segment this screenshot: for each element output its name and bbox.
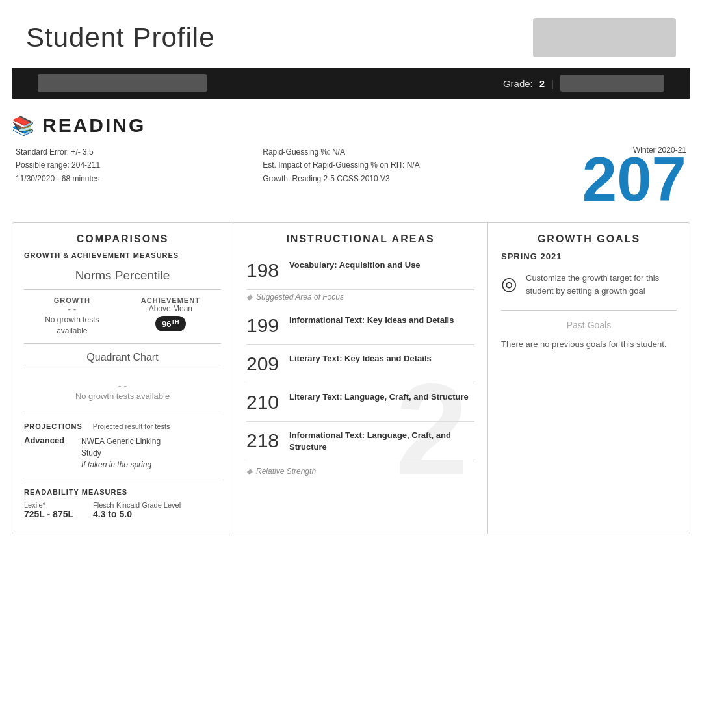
flesch-col: Flesch-Kincaid Grade Level 4.3 to 5.0 [93, 501, 181, 519]
score-literary-1: 209 [246, 353, 279, 375]
standard-error: Standard Error: +/- 3.5 [16, 146, 100, 159]
growth-goals-title: GROWTH GOALS [501, 233, 677, 245]
date-duration: 11/30/2020 - 68 minutes [16, 172, 100, 185]
percentile-badge: 96TH [155, 316, 185, 332]
growth-goal-text: Customize the growth target for this stu… [526, 272, 677, 297]
growth-sub-label: GROWTH [45, 296, 99, 304]
comparisons-title: COMPARISONS [24, 233, 221, 245]
score-informational-2: 218 [246, 430, 279, 452]
flesch-label: Flesch-Kincaid Grade Level [93, 501, 181, 509]
readability-header-row: Lexile* 725L - 875L Flesch-Kincaid Grade… [24, 501, 221, 519]
col-growth: GROWTH GOALS SPRING 2021 ◎ Customize the… [488, 223, 690, 534]
past-goals-divider [501, 310, 677, 311]
growth-col: GROWTH - - No growth tests available [45, 296, 99, 337]
past-goals-title: Past Goals [501, 320, 677, 330]
suggested-focus: ◆ Suggested Area of Focus [246, 290, 474, 307]
projection-type: Advanced [24, 436, 71, 445]
student-grade-area: Grade: 2 | [503, 75, 664, 92]
achievement-sub-label: ACHIEVEMENT [141, 296, 200, 304]
instr-item-vocabulary: 198 Vocabulary: Acquisition and Use [246, 252, 474, 290]
above-mean: Above Mean [141, 304, 200, 313]
readability-label: READABILITY MEASURES [24, 488, 221, 496]
percentile-sup: TH [172, 318, 179, 325]
no-growth-area: - - No growth tests available [24, 374, 221, 408]
projections-section: PROJECTIONS Projected result for tests A… [24, 422, 221, 471]
relative-strength: ◆ Relative Strength [246, 462, 474, 478]
student-term-box [560, 75, 664, 92]
readability-section: READABILITY MEASURES Lexile* 725L - 875L… [24, 480, 221, 519]
growth-label: Growth: Reading 2-5 CCSS 2010 V3 [263, 172, 419, 185]
quadrant-title: Quadrant Chart [24, 352, 221, 363]
instructional-title: INSTRUCTIONAL AREAS [246, 233, 474, 245]
student-bar: Grade: 2 | [12, 68, 690, 99]
grade-value: 2 [540, 78, 545, 89]
projections-label: PROJECTIONS [24, 422, 83, 430]
projections-header-row: PROJECTIONS Projected result for tests [24, 422, 221, 430]
page-header: Student Profile [0, 0, 702, 68]
col-comparisons: COMPARISONS GROWTH & ACHIEVEMENT MEASURE… [12, 223, 233, 534]
rapid-guessing: Rapid-Guessing %: N/A [263, 146, 419, 159]
relative-strength-text: Relative Strength [256, 467, 316, 476]
divider-pipe: | [551, 78, 554, 89]
flesch-value: 4.3 to 5.0 [93, 509, 181, 519]
divider-2 [24, 343, 221, 344]
label-vocabulary: Vocabulary: Acquisition and Use [289, 259, 421, 271]
projection-row: Advanced NWEA Generic Linking Study If t… [24, 436, 221, 471]
achievement-col: ACHIEVEMENT Above Mean 96TH [141, 296, 200, 337]
target-icon[interactable]: ◎ [501, 273, 517, 294]
logo-box [533, 18, 676, 57]
no-prev-goals: There are no previous goals for this stu… [501, 338, 677, 351]
book-icon: 📚 [12, 115, 34, 136]
instr-item-literary-2: 210 Literary Text: Language, Craft, and … [246, 384, 474, 422]
col-instructional: INSTRUCTIONAL AREAS 2 198 Vocabulary: Ac… [233, 223, 488, 534]
possible-range: Possible range: 204-211 [16, 159, 100, 172]
grade-label: Grade: [503, 78, 533, 89]
suggested-focus-text: Suggested Area of Focus [256, 292, 344, 302]
label-literary-1: Literary Text: Key Ideas and Details [289, 353, 432, 365]
student-name-box [38, 74, 207, 92]
diamond-icon-1: ◆ [246, 292, 252, 302]
diamond-icon-2: ◆ [246, 467, 252, 476]
growth-dash: - - [45, 304, 99, 315]
projection-detail: NWEA Generic Linking Study If taken in t… [81, 436, 161, 471]
percentile-value: 96 [162, 319, 171, 329]
reading-meta-right: Winter 2020-21 207 [582, 146, 686, 211]
norms-percentile-title: Norms Percentile [24, 268, 221, 283]
projection-spring: If taken in the spring [81, 460, 151, 469]
label-informational-1: Informational Text: Key Ideas and Detail… [289, 315, 454, 326]
rit-score: 207 [582, 148, 686, 211]
growth-achievement-row: GROWTH - - No growth tests available ACH… [24, 296, 221, 337]
reading-title: READING [42, 114, 146, 136]
projections-sublabel: Projected result for tests [93, 422, 170, 430]
divider-4 [24, 413, 221, 413]
growth-goal-row: ◎ Customize the growth target for this s… [501, 272, 677, 297]
no-growth-text: No growth tests available [24, 391, 221, 401]
spring-label: SPRING 2021 [501, 252, 677, 261]
score-literary-2: 210 [246, 391, 279, 413]
instr-item-informational-1: 199 Informational Text: Key Ideas and De… [246, 307, 474, 345]
lexile-value: 725L - 875L [24, 509, 73, 519]
reading-header: 📚 READING [12, 114, 690, 136]
no-growth-dash: - - [24, 381, 221, 391]
lexile-label: Lexile* [24, 501, 73, 509]
est-impact: Est. Impact of Rapid-Guessing % on RIT: … [263, 159, 419, 172]
lexile-col: Lexile* 725L - 875L [24, 501, 73, 519]
columns-wrapper: COMPARISONS GROWTH & ACHIEVEMENT MEASURE… [12, 222, 690, 534]
instr-item-informational-2: 218 Informational Text: Language, Craft,… [246, 422, 474, 462]
reading-meta-left: Standard Error: +/- 3.5 Possible range: … [16, 146, 100, 185]
label-literary-2: Literary Text: Language, Craft, and Stru… [289, 391, 469, 403]
reading-section: 📚 READING Standard Error: +/- 3.5 Possib… [12, 114, 690, 534]
score-vocabulary: 198 [246, 259, 279, 281]
divider-1 [24, 289, 221, 290]
score-informational-1: 199 [246, 315, 279, 337]
page-title: Student Profile [26, 22, 215, 53]
reading-meta: Standard Error: +/- 3.5 Possible range: … [12, 146, 690, 211]
reading-meta-center: Rapid-Guessing %: N/A Est. Impact of Rap… [263, 146, 419, 185]
divider-3 [24, 369, 221, 369]
label-informational-2: Informational Text: Language, Craft, and… [289, 430, 474, 453]
no-growth-tests: No growth tests available [45, 315, 99, 337]
growth-achievement-label: GROWTH & ACHIEVEMENT MEASURES [24, 252, 221, 259]
instr-item-literary-1: 209 Literary Text: Key Ideas and Details [246, 345, 474, 384]
